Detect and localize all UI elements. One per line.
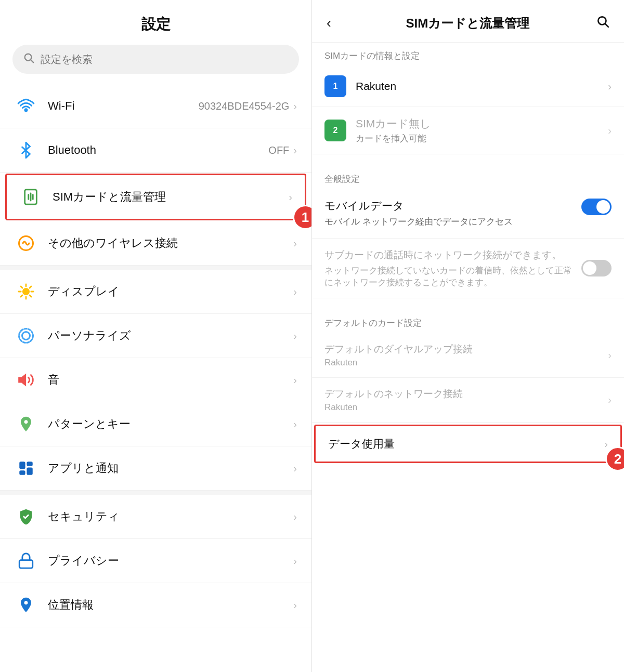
default-network-value: Rakuten xyxy=(324,402,608,413)
default-card-label: デフォルトのカード設定 xyxy=(312,311,624,333)
sim1-text: Rakuten xyxy=(356,80,608,93)
sim1-badge: 1 xyxy=(324,75,346,97)
dialup-chevron: › xyxy=(608,349,612,361)
wifi-label: Wi-Fi xyxy=(48,99,199,113)
pattern-icon xyxy=(15,413,37,436)
svg-rect-22 xyxy=(19,470,25,475)
subcard-texts: サブカードの通話時にネットワーク接続ができます。 ネットワーク接続していないカー… xyxy=(324,248,575,289)
location-label: 位置情報 xyxy=(48,597,293,613)
subcard-desc: ネットワーク接続していないカードの着信時、依然として正常にネットワーク接続するこ… xyxy=(324,265,575,288)
svg-rect-21 xyxy=(27,462,32,466)
default-network-text: デフォルトのネットワーク接続 Rakuten xyxy=(324,387,608,413)
sim-section-label: SIMカードの情報と設定 xyxy=(312,43,624,66)
security-icon xyxy=(15,505,37,528)
sound-label: 音 xyxy=(48,372,293,388)
right-panel: ‹ SIMカードと流量管理 SIMカードの情報と設定 1 Rakuten › 2… xyxy=(312,0,624,672)
mobile-data-text: モバイルデータ モバイル ネットワーク経由でデータにアクセス xyxy=(324,199,581,229)
sim-label: SIMカードと流量管理 xyxy=(53,189,289,205)
settings-item-app[interactable]: アプリと通知 › xyxy=(0,446,311,491)
back-button[interactable]: ‹ xyxy=(322,13,335,33)
wireless-label: その他のワイヤレス接続 xyxy=(48,235,293,251)
mobile-data-label: モバイルデータ xyxy=(324,199,581,213)
subcard-row: サブカードの通話時にネットワーク接続ができます。 ネットワーク接続していないカー… xyxy=(312,239,624,299)
sim1-name: Rakuten xyxy=(356,80,608,93)
settings-item-sim-wrapper: SIMカードと流量管理 › 1 xyxy=(3,174,308,220)
display-chevron: › xyxy=(293,286,297,298)
privacy-chevron: › xyxy=(293,555,297,567)
wifi-chevron: › xyxy=(293,100,297,112)
data-usage-row[interactable]: データ使用量 › xyxy=(314,425,622,463)
mobile-data-row[interactable]: モバイルデータ モバイル ネットワーク経由でデータにアクセス xyxy=(312,189,624,239)
subcard-inner: サブカードの通話時にネットワーク接続ができます。 ネットワーク接続していないカー… xyxy=(324,248,612,289)
settings-item-sim[interactable]: SIMカードと流量管理 › xyxy=(5,174,306,220)
subcard-toggle-wrap xyxy=(581,260,612,276)
svg-line-15 xyxy=(21,295,22,297)
network-chevron: › xyxy=(608,394,612,406)
wifi-icon xyxy=(15,95,37,117)
privacy-label: プライバシー xyxy=(48,553,293,569)
bluetooth-value: OFF xyxy=(268,144,289,156)
bluetooth-label: Bluetooth xyxy=(48,143,268,157)
sim1-chevron: › xyxy=(608,81,612,93)
data-usage-chevron: › xyxy=(604,438,608,450)
settings-item-security[interactable]: セキュリティ › xyxy=(0,495,311,539)
sound-chevron: › xyxy=(293,374,297,386)
sim2-text: SIMカード無し カードを挿入可能 xyxy=(356,116,608,144)
badge-2: 2 xyxy=(605,446,624,471)
default-dialup-text: デフォルトのダイヤルアップ接続 Rakuten xyxy=(324,342,608,368)
divider-1 xyxy=(0,266,311,270)
subcard-toggle[interactable] xyxy=(581,260,612,276)
svg-rect-24 xyxy=(19,560,33,569)
search-input[interactable] xyxy=(41,54,289,65)
data-usage-highlighted-wrapper: データ使用量 › 2 xyxy=(314,425,622,463)
settings-item-wifi[interactable]: Wi-Fi 90324BDE4554-2G › xyxy=(0,84,311,128)
general-settings-label: 全般設定 xyxy=(312,167,624,189)
pattern-label: パターンとキー xyxy=(48,416,293,432)
svg-line-14 xyxy=(30,295,31,297)
search-bar[interactable] xyxy=(12,45,299,74)
wifi-value: 90324BDE4554-2G xyxy=(199,100,290,112)
sim2-item[interactable]: 2 SIMカード無し カードを挿入可能 › xyxy=(312,107,624,154)
data-usage-label: データ使用量 xyxy=(328,437,604,451)
bluetooth-chevron: › xyxy=(293,144,297,156)
default-dialup-row[interactable]: デフォルトのダイヤルアップ接続 Rakuten › xyxy=(312,333,624,378)
location-chevron: › xyxy=(293,599,297,611)
svg-point-18 xyxy=(19,329,33,343)
toggle-knob xyxy=(596,200,610,214)
personalize-chevron: › xyxy=(293,330,297,342)
settings-item-display[interactable]: ディスプレイ › xyxy=(0,270,311,314)
default-dialup-label: デフォルトのダイヤルアップ接続 xyxy=(324,342,608,356)
right-header: ‹ SIMカードと流量管理 xyxy=(312,0,624,43)
divider-2 xyxy=(0,491,311,495)
mobile-data-toggle[interactable] xyxy=(581,199,612,215)
svg-point-2 xyxy=(25,109,27,111)
search-icon xyxy=(23,52,34,67)
personalize-label: パーソナライズ xyxy=(48,328,293,344)
default-network-label: デフォルトのネットワーク接続 xyxy=(324,387,608,401)
right-divider-2 xyxy=(312,298,624,311)
right-divider-1 xyxy=(312,154,624,167)
app-icon xyxy=(15,457,37,480)
settings-item-privacy[interactable]: プライバシー › xyxy=(0,539,311,583)
settings-item-wireless[interactable]: その他のワイヤレス接続 › xyxy=(0,221,311,266)
settings-item-pattern[interactable]: パターンとキー › xyxy=(0,402,311,446)
default-network-row[interactable]: デフォルトのネットワーク接続 Rakuten › xyxy=(312,378,624,423)
sound-icon xyxy=(15,368,37,391)
settings-item-bluetooth[interactable]: Bluetooth OFF › xyxy=(0,128,311,173)
app-label: アプリと通知 xyxy=(48,460,293,476)
sim2-name: SIMカード無し xyxy=(356,116,608,131)
sim2-sub: カードを挿入可能 xyxy=(356,133,608,144)
settings-title: 設定 xyxy=(0,0,311,45)
settings-item-personalize[interactable]: パーソナライズ › xyxy=(0,314,311,358)
wireless-icon xyxy=(15,232,37,255)
right-search-button[interactable] xyxy=(592,12,614,34)
app-chevron: › xyxy=(293,463,297,475)
settings-item-location[interactable]: 位置情報 › xyxy=(0,583,311,627)
privacy-icon xyxy=(15,549,37,572)
sim1-item[interactable]: 1 Rakuten › xyxy=(312,66,624,107)
settings-item-sound[interactable]: 音 › xyxy=(0,358,311,402)
security-chevron: › xyxy=(293,511,297,523)
sim2-badge: 2 xyxy=(324,120,346,141)
svg-line-13 xyxy=(21,286,22,288)
sim2-chevron: › xyxy=(608,125,612,137)
